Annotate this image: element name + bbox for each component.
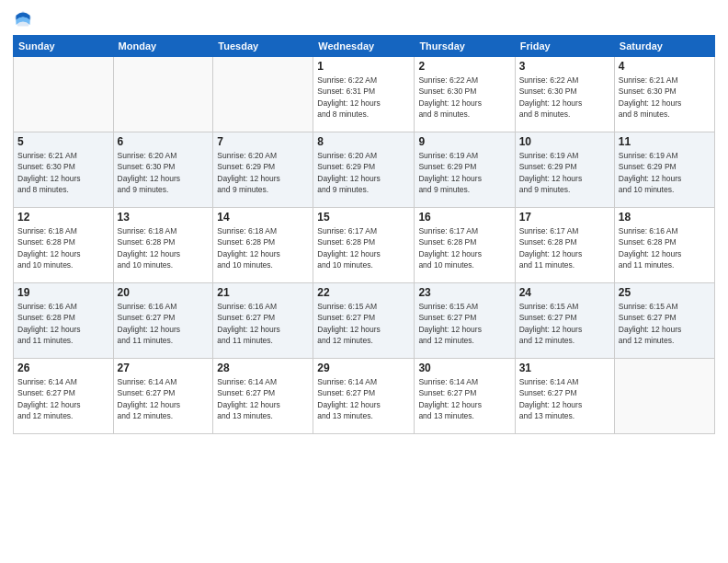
day-number: 23	[418, 286, 510, 299]
calendar-cell: 10Sunrise: 6:19 AM Sunset: 6:29 PM Dayli…	[515, 132, 614, 208]
weekday-header-friday: Friday	[515, 36, 614, 57]
calendar-cell: 27Sunrise: 6:14 AM Sunset: 6:27 PM Dayli…	[113, 359, 213, 434]
day-number: 26	[17, 362, 109, 374]
calendar-cell: 25Sunrise: 6:15 AM Sunset: 6:27 PM Dayli…	[614, 283, 714, 359]
calendar-cell: 8Sunrise: 6:20 AM Sunset: 6:29 PM Daylig…	[313, 132, 415, 208]
page: SundayMondayTuesdayWednesdayThursdayFrid…	[0, 0, 728, 563]
day-info: Sunrise: 6:21 AM Sunset: 6:30 PM Dayligh…	[17, 150, 109, 195]
calendar-cell: 7Sunrise: 6:20 AM Sunset: 6:29 PM Daylig…	[213, 132, 313, 208]
day-number: 10	[519, 135, 610, 148]
day-number: 28	[217, 362, 309, 374]
calendar-week-2: 5Sunrise: 6:21 AM Sunset: 6:30 PM Daylig…	[14, 132, 715, 208]
calendar-cell	[113, 57, 213, 132]
weekday-header-tuesday: Tuesday	[213, 36, 313, 57]
calendar-cell: 29Sunrise: 6:14 AM Sunset: 6:27 PM Dayli…	[313, 359, 415, 434]
day-info: Sunrise: 6:15 AM Sunset: 6:27 PM Dayligh…	[317, 301, 410, 346]
calendar-cell: 31Sunrise: 6:14 AM Sunset: 6:27 PM Dayli…	[515, 359, 614, 434]
logo-icon	[13, 9, 33, 29]
day-info: Sunrise: 6:22 AM Sunset: 6:31 PM Dayligh…	[317, 75, 410, 120]
day-number: 9	[418, 135, 510, 148]
calendar-week-3: 12Sunrise: 6:18 AM Sunset: 6:28 PM Dayli…	[14, 208, 715, 283]
day-number: 21	[217, 286, 309, 299]
day-number: 30	[418, 362, 510, 374]
calendar-cell: 28Sunrise: 6:14 AM Sunset: 6:27 PM Dayli…	[213, 359, 313, 434]
day-number: 1	[317, 60, 410, 73]
calendar-cell: 15Sunrise: 6:17 AM Sunset: 6:28 PM Dayli…	[313, 208, 415, 283]
calendar-cell: 9Sunrise: 6:19 AM Sunset: 6:29 PM Daylig…	[415, 132, 515, 208]
day-number: 22	[317, 286, 410, 299]
day-info: Sunrise: 6:16 AM Sunset: 6:27 PM Dayligh…	[118, 301, 210, 346]
day-info: Sunrise: 6:17 AM Sunset: 6:28 PM Dayligh…	[418, 225, 510, 270]
calendar-cell: 5Sunrise: 6:21 AM Sunset: 6:30 PM Daylig…	[14, 132, 114, 208]
day-number: 18	[619, 211, 711, 224]
calendar-header: SundayMondayTuesdayWednesdayThursdayFrid…	[14, 36, 715, 57]
day-info: Sunrise: 6:14 AM Sunset: 6:27 PM Dayligh…	[17, 376, 109, 421]
day-number: 6	[118, 135, 210, 148]
day-info: Sunrise: 6:14 AM Sunset: 6:27 PM Dayligh…	[418, 376, 510, 421]
day-info: Sunrise: 6:17 AM Sunset: 6:28 PM Dayligh…	[519, 225, 610, 270]
day-number: 16	[418, 211, 510, 224]
day-info: Sunrise: 6:20 AM Sunset: 6:30 PM Dayligh…	[118, 150, 210, 195]
day-info: Sunrise: 6:15 AM Sunset: 6:27 PM Dayligh…	[418, 301, 510, 346]
calendar-cell: 12Sunrise: 6:18 AM Sunset: 6:28 PM Dayli…	[14, 208, 114, 283]
day-info: Sunrise: 6:15 AM Sunset: 6:27 PM Dayligh…	[519, 301, 610, 346]
day-number: 29	[317, 362, 410, 374]
calendar-cell: 24Sunrise: 6:15 AM Sunset: 6:27 PM Dayli…	[515, 283, 614, 359]
calendar-cell: 13Sunrise: 6:18 AM Sunset: 6:28 PM Dayli…	[113, 208, 213, 283]
weekday-header-saturday: Saturday	[614, 36, 714, 57]
calendar-cell: 2Sunrise: 6:22 AM Sunset: 6:30 PM Daylig…	[415, 57, 515, 132]
day-info: Sunrise: 6:21 AM Sunset: 6:30 PM Dayligh…	[619, 75, 711, 120]
calendar-cell: 4Sunrise: 6:21 AM Sunset: 6:30 PM Daylig…	[614, 57, 714, 132]
weekday-header-wednesday: Wednesday	[313, 36, 415, 57]
day-info: Sunrise: 6:19 AM Sunset: 6:29 PM Dayligh…	[619, 150, 711, 195]
calendar-body: 1Sunrise: 6:22 AM Sunset: 6:31 PM Daylig…	[14, 57, 715, 434]
calendar-cell: 11Sunrise: 6:19 AM Sunset: 6:29 PM Dayli…	[614, 132, 714, 208]
calendar: SundayMondayTuesdayWednesdayThursdayFrid…	[13, 35, 715, 434]
day-number: 11	[619, 135, 711, 148]
day-info: Sunrise: 6:14 AM Sunset: 6:27 PM Dayligh…	[118, 376, 210, 421]
calendar-week-5: 26Sunrise: 6:14 AM Sunset: 6:27 PM Dayli…	[14, 359, 715, 434]
calendar-cell	[213, 57, 313, 132]
weekday-row: SundayMondayTuesdayWednesdayThursdayFrid…	[14, 36, 715, 57]
day-info: Sunrise: 6:22 AM Sunset: 6:30 PM Dayligh…	[418, 75, 510, 120]
day-number: 27	[118, 362, 210, 374]
day-number: 14	[217, 211, 309, 224]
logo	[13, 9, 35, 29]
calendar-cell: 6Sunrise: 6:20 AM Sunset: 6:30 PM Daylig…	[113, 132, 213, 208]
day-info: Sunrise: 6:19 AM Sunset: 6:29 PM Dayligh…	[519, 150, 610, 195]
day-number: 19	[17, 286, 109, 299]
calendar-cell: 20Sunrise: 6:16 AM Sunset: 6:27 PM Dayli…	[113, 283, 213, 359]
day-number: 4	[619, 60, 711, 73]
day-number: 2	[418, 60, 510, 73]
day-number: 13	[118, 211, 210, 224]
calendar-cell: 22Sunrise: 6:15 AM Sunset: 6:27 PM Dayli…	[313, 283, 415, 359]
calendar-cell: 1Sunrise: 6:22 AM Sunset: 6:31 PM Daylig…	[313, 57, 415, 132]
calendar-cell: 26Sunrise: 6:14 AM Sunset: 6:27 PM Dayli…	[14, 359, 114, 434]
day-number: 25	[619, 286, 711, 299]
day-info: Sunrise: 6:16 AM Sunset: 6:27 PM Dayligh…	[217, 301, 309, 346]
day-number: 17	[519, 211, 610, 224]
day-info: Sunrise: 6:14 AM Sunset: 6:27 PM Dayligh…	[217, 376, 309, 421]
calendar-cell: 16Sunrise: 6:17 AM Sunset: 6:28 PM Dayli…	[415, 208, 515, 283]
calendar-week-4: 19Sunrise: 6:16 AM Sunset: 6:28 PM Dayli…	[14, 283, 715, 359]
day-info: Sunrise: 6:15 AM Sunset: 6:27 PM Dayligh…	[619, 301, 711, 346]
calendar-cell: 17Sunrise: 6:17 AM Sunset: 6:28 PM Dayli…	[515, 208, 614, 283]
day-info: Sunrise: 6:20 AM Sunset: 6:29 PM Dayligh…	[317, 150, 410, 195]
day-info: Sunrise: 6:16 AM Sunset: 6:28 PM Dayligh…	[619, 225, 711, 270]
day-number: 20	[118, 286, 210, 299]
calendar-cell: 23Sunrise: 6:15 AM Sunset: 6:27 PM Dayli…	[415, 283, 515, 359]
weekday-header-sunday: Sunday	[14, 36, 114, 57]
calendar-cell: 19Sunrise: 6:16 AM Sunset: 6:28 PM Dayli…	[14, 283, 114, 359]
calendar-cell: 21Sunrise: 6:16 AM Sunset: 6:27 PM Dayli…	[213, 283, 313, 359]
day-number: 3	[519, 60, 610, 73]
day-number: 31	[519, 362, 610, 374]
day-info: Sunrise: 6:18 AM Sunset: 6:28 PM Dayligh…	[118, 225, 210, 270]
day-info: Sunrise: 6:22 AM Sunset: 6:30 PM Dayligh…	[519, 75, 610, 120]
calendar-cell: 3Sunrise: 6:22 AM Sunset: 6:30 PM Daylig…	[515, 57, 614, 132]
day-number: 24	[519, 286, 610, 299]
calendar-cell: 30Sunrise: 6:14 AM Sunset: 6:27 PM Dayli…	[415, 359, 515, 434]
header	[13, 9, 715, 29]
day-info: Sunrise: 6:18 AM Sunset: 6:28 PM Dayligh…	[217, 225, 309, 270]
day-number: 8	[317, 135, 410, 148]
day-info: Sunrise: 6:16 AM Sunset: 6:28 PM Dayligh…	[17, 301, 109, 346]
